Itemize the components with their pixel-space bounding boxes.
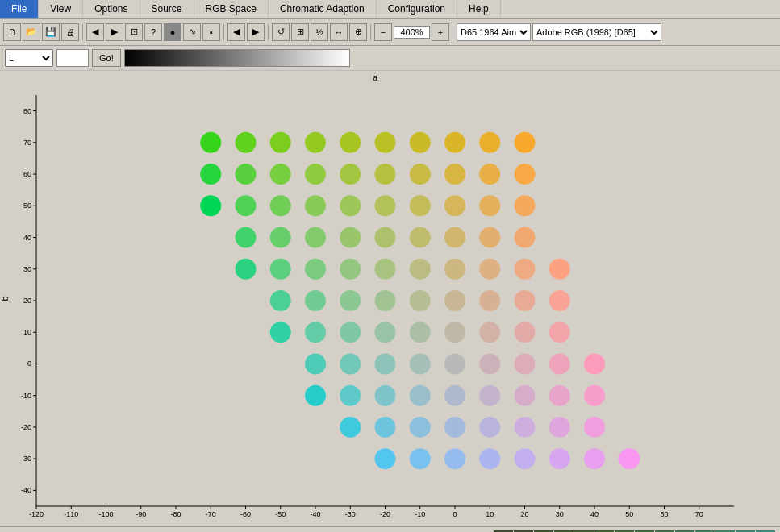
grid-btn[interactable]: ⊞: [291, 23, 309, 41]
go-button[interactable]: Go!: [92, 49, 121, 67]
sep5: [453, 24, 453, 40]
help-icon-btn[interactable]: ?: [144, 23, 162, 41]
color-btn[interactable]: ●: [164, 23, 181, 41]
sep2: [223, 24, 224, 40]
toolbar: 🗋 📂 💾 🖨 ◀ ▶ ⊡ ? ● ∿ ▪ ◀ ▶ ↺ ⊞ ½ ↔ ⊕ − 40…: [0, 19, 780, 46]
forward-button[interactable]: ▶: [106, 23, 123, 41]
colorspace-select[interactable]: Adobe RGB (1998) [D65]: [532, 23, 661, 41]
l-value-input[interactable]: 75: [56, 49, 89, 67]
save-button[interactable]: 💾: [42, 23, 60, 41]
gradient-bar: [124, 49, 350, 67]
open-button[interactable]: 📂: [23, 23, 40, 41]
menu-bar: File View Options Source RGB Space Chrom…: [0, 0, 780, 19]
menu-chromatic[interactable]: Chromatic Adaption: [269, 0, 377, 18]
menu-configuration[interactable]: Configuration: [377, 0, 457, 18]
right-arrow-btn[interactable]: ▶: [247, 23, 265, 41]
menu-view[interactable]: View: [39, 0, 83, 18]
menu-source[interactable]: Source: [140, 0, 194, 18]
l-row: L 75 Go!: [0, 46, 780, 71]
zoom-in-btn[interactable]: +: [432, 23, 449, 41]
copy-button[interactable]: ⊡: [125, 23, 143, 41]
curve-btn[interactable]: ∿: [183, 23, 201, 41]
sep3: [268, 24, 269, 40]
layers-btn[interactable]: ⊕: [349, 23, 367, 41]
back-button[interactable]: ◀: [86, 23, 104, 41]
left-arrow-btn[interactable]: ◀: [227, 23, 245, 41]
zoom-out-btn[interactable]: −: [374, 23, 392, 41]
new-button[interactable]: 🗋: [3, 23, 21, 41]
sep1: [82, 24, 83, 40]
print-button[interactable]: 🖨: [61, 23, 79, 41]
channel-select[interactable]: L: [5, 49, 53, 67]
status-bar: CIELab: L = 75 [Sample count: 196]: [0, 526, 780, 532]
illuminant-select[interactable]: D65 1964 Aim: [457, 23, 531, 41]
half-btn[interactable]: ½: [311, 23, 328, 41]
menu-file[interactable]: File: [0, 0, 39, 18]
zoom-value: 400%: [394, 26, 430, 39]
cie-chart: [0, 71, 750, 526]
square-btn[interactable]: ▪: [202, 23, 220, 41]
menu-help[interactable]: Help: [457, 0, 501, 18]
main-area: [0, 71, 780, 526]
menu-options[interactable]: Options: [83, 0, 140, 18]
rotate-btn[interactable]: ↺: [272, 23, 290, 41]
arrows-btn[interactable]: ↔: [330, 23, 348, 41]
sep4: [370, 24, 371, 40]
menu-rgb-space[interactable]: RGB Space: [194, 0, 269, 18]
